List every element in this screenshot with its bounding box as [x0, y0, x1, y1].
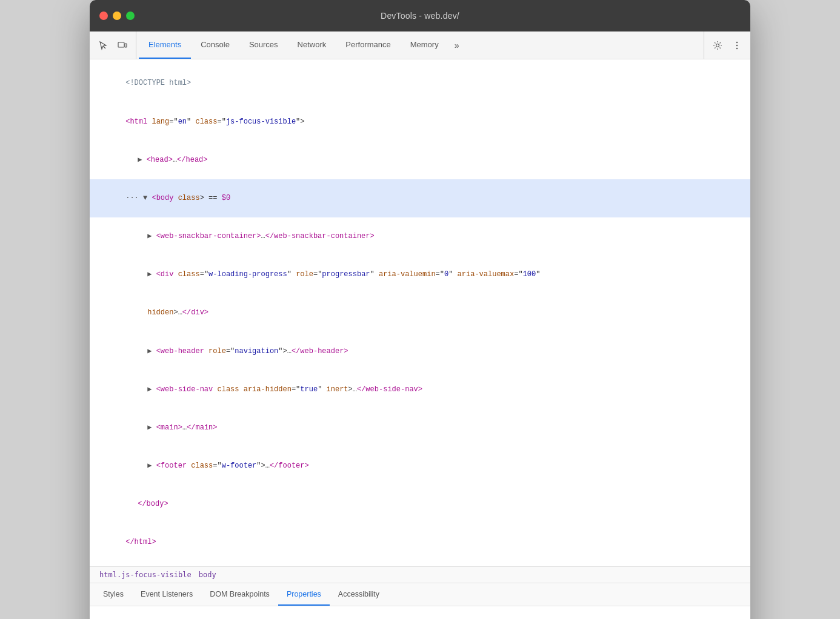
tree-line-snackbar[interactable]: ▶ <web-snackbar-container>…</web-snackba… [90, 217, 750, 256]
minimize-button[interactable] [113, 12, 121, 20]
svg-line-0 [103, 46, 105, 48]
window-title: DevTools - web.dev/ [381, 11, 459, 21]
bottom-tab-properties[interactable]: Properties [278, 583, 330, 606]
tab-performance[interactable]: Performance [336, 31, 400, 59]
tree-line-doctype[interactable]: <!DOCTYPE html> [90, 64, 750, 102]
tab-bar-right-controls [704, 31, 745, 59]
devtools-window: DevTools - web.dev/ Elements [90, 0, 750, 619]
html-tree: <!DOCTYPE html> <html lang="en" class="j… [90, 59, 750, 566]
tree-line-html[interactable]: <html lang="en" class="js-focus-visible"… [90, 102, 750, 141]
tree-line-footer[interactable]: ▶ <footer class="w-footer">…</footer> [90, 447, 750, 485]
close-button[interactable] [99, 12, 108, 20]
breadcrumb-body[interactable]: body [199, 571, 216, 579]
svg-point-3 [716, 44, 719, 47]
bottom-tab-styles[interactable]: Styles [95, 583, 132, 606]
tree-line-main[interactable]: ▶ <main>…</main> [90, 409, 750, 447]
tab-bar: Elements Console Sources Network Perform… [90, 31, 750, 59]
tab-elements[interactable]: Elements [139, 31, 191, 59]
tree-line-head[interactable]: ▶ <head>…</head> [90, 141, 750, 179]
breadcrumb-html[interactable]: html.js-focus-visible [99, 571, 192, 579]
traffic-lights [99, 12, 135, 20]
bottom-tab-accessibility[interactable]: Accessibility [330, 583, 388, 606]
bottom-tab-dom-breakpoints[interactable]: DOM Breakpoints [201, 583, 278, 606]
properties-panel: This panel has been deprecated in favor … [90, 606, 750, 619]
tab-memory[interactable]: Memory [401, 31, 448, 59]
bottom-tab-event-listeners[interactable]: Event Listeners [132, 583, 201, 606]
tab-list: Elements Console Sources Network Perform… [139, 31, 701, 59]
inspect-element-icon[interactable] [95, 37, 112, 54]
tab-network[interactable]: Network [288, 31, 336, 59]
tree-line-close-html[interactable]: </html> [90, 523, 750, 561]
tree-line-div-progress[interactable]: ▶ <div class="w-loading-progress" role="… [90, 256, 750, 294]
svg-point-6 [736, 47, 738, 48]
svg-rect-1 [118, 42, 124, 47]
more-tabs-button[interactable]: » [448, 31, 465, 59]
title-bar: DevTools - web.dev/ [90, 0, 750, 31]
tree-line-web-header[interactable]: ▶ <web-header role="navigation">…</web-h… [90, 332, 750, 370]
more-options-icon[interactable] [728, 37, 745, 54]
tree-line-web-side-nav[interactable]: ▶ <web-side-nav class aria-hidden="true"… [90, 370, 750, 408]
tree-line-close-body[interactable]: </body> [90, 485, 750, 523]
bottom-tab-bar: Styles Event Listeners DOM Breakpoints P… [90, 583, 750, 606]
tree-line-div-progress-cont[interactable]: hidden>…</div> [90, 294, 750, 332]
tab-bar-left-controls [95, 31, 136, 59]
device-toolbar-icon[interactable] [114, 37, 131, 54]
svg-rect-2 [125, 44, 127, 47]
svg-point-4 [736, 41, 738, 42]
svg-point-5 [736, 44, 738, 45]
tab-sources[interactable]: Sources [239, 31, 288, 59]
tab-console[interactable]: Console [191, 31, 239, 59]
tree-line-body[interactable]: ··· ▼ <body class> == $0 [90, 179, 750, 217]
properties-description: This panel has been deprecated in favor … [102, 616, 738, 619]
settings-icon[interactable] [709, 37, 726, 54]
breadcrumb: html.js-focus-visible body [90, 566, 750, 583]
maximize-button[interactable] [126, 12, 135, 20]
